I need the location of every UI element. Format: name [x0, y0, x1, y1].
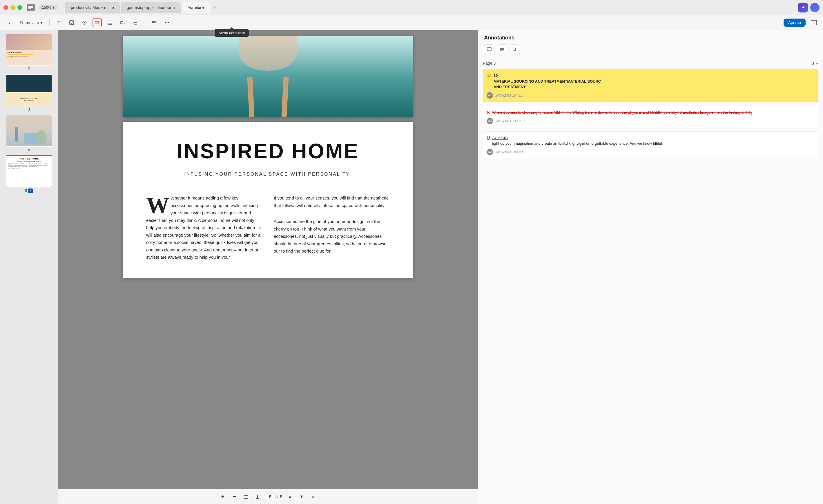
download-button[interactable]: [254, 493, 262, 501]
zoom-in-button[interactable]: +: [219, 493, 227, 501]
listbox-icon: [107, 20, 113, 25]
page-current-input[interactable]: [265, 494, 276, 500]
radio-icon: [82, 20, 87, 25]
tool-check-button[interactable]: [67, 18, 76, 27]
ann-text-2: When it comes to choosing furniture, 'db…: [492, 110, 815, 116]
svg-point-19: [168, 22, 169, 23]
close-bottom-button[interactable]: ✕: [309, 493, 317, 501]
thumbnail-page-2[interactable]: DIGITAL MODERN Lorem ipsum dolor sit ame…: [2, 34, 55, 71]
comment-icon: [487, 47, 492, 52]
page-down-button[interactable]: ▼: [298, 493, 306, 501]
page-text-right-1: If you tend to all your senses, you will…: [274, 194, 390, 209]
thumbnail-page-5[interactable]: INSPIRED HOME INFUSING YOUR PERSONAL SPA…: [2, 155, 55, 193]
annotation-comment-tool[interactable]: [484, 44, 494, 55]
strikethrough-icon: S: [487, 110, 490, 116]
zoom-control[interactable]: 150% ▾: [39, 5, 57, 10]
formulaire-label: Formulaire: [20, 20, 39, 25]
back-button[interactable]: ‹: [5, 18, 14, 27]
page-separator: /: [277, 494, 278, 499]
highlight-icon: [487, 73, 491, 79]
more-icon: [164, 20, 170, 25]
ann-text-3: AClbiClliiilight up your imagination and…: [492, 135, 815, 146]
annotation-lines-tool[interactable]: [497, 44, 507, 55]
thumbnail-label-3: 3: [28, 107, 30, 111]
toolbar: ‹ Formulaire ▾ Aperçu: [0, 15, 823, 30]
drop-cap: W: [146, 197, 169, 213]
tool-radio-button[interactable]: [80, 18, 89, 27]
fit-page-button[interactable]: [242, 493, 250, 501]
svg-rect-1: [28, 7, 33, 8]
svg-rect-10: [108, 23, 112, 24]
tooltip-bubble: Menu déroulant: [214, 29, 249, 37]
apercu-button[interactable]: Aperçu: [784, 19, 806, 27]
ann-avatar-1: WS: [487, 92, 493, 99]
ann-timestamp-1: 14/07/2021 10:41:14: [495, 94, 525, 97]
fullscreen-button[interactable]: [17, 5, 22, 10]
tool-signature-button[interactable]: [131, 18, 140, 27]
search-icon: [512, 47, 517, 52]
page-text-right: If you tend to all your senses, you will…: [274, 194, 390, 261]
add-tab-button[interactable]: +: [211, 3, 219, 12]
sidebar-toggle-button[interactable]: [809, 18, 818, 27]
tab-gamestop[interactable]: gamestop-application-form: [121, 2, 181, 13]
ann-avatar-3: WS: [487, 149, 493, 155]
tool-listbox-button[interactable]: [105, 18, 115, 27]
ann-meta-1: WS 14/07/2021 10:41:14: [487, 92, 815, 99]
annotations-title: Annotations: [484, 35, 817, 41]
tool-more-button[interactable]: [162, 18, 172, 27]
annotation-search-tool[interactable]: [509, 44, 520, 55]
annotations-sidebar: Annotations Page 3 3 ∧: [478, 30, 823, 504]
svg-rect-20: [811, 20, 817, 25]
ann-card-header-3: U AClbiClliiilight up your imagination a…: [487, 135, 815, 146]
formulaire-button[interactable]: Formulaire ▾: [17, 19, 45, 26]
ann-timestamp-3: 14/07/2021 10:41:26: [495, 150, 525, 154]
fit-page-icon: [243, 494, 248, 499]
toolbar-separator-2: [145, 19, 145, 26]
page-section-label: Page 3: [483, 61, 496, 65]
align-icon: [152, 20, 157, 25]
tab-bar: productivity Modern Life gamestop-applic…: [65, 2, 796, 13]
bottom-bar: + − / 5 ▲ ▼ ✕: [58, 489, 478, 504]
ann-avatar-2: WS: [487, 118, 493, 124]
svg-rect-11: [121, 21, 123, 24]
annotation-card-3: U AClbiClliiilight up your imagination a…: [483, 131, 818, 159]
page-text-right-2: Accessories are the glue of your interio…: [274, 218, 390, 255]
svg-line-27: [515, 50, 517, 52]
traffic-lights: [3, 5, 22, 10]
page-5-badge: h: [28, 188, 33, 193]
back-icon: ‹: [8, 20, 10, 25]
title-bar: 150% ▾ productivity Modern Life gamestop…: [0, 0, 823, 15]
page-total: 5: [280, 494, 283, 499]
svg-rect-9: [108, 21, 112, 22]
annotation-card-2: S When it comes to choosing furniture, '…: [483, 106, 818, 128]
page-subtitle: INFUSING YOUR PERSONAL SPACE WITH PERSON…: [146, 172, 390, 177]
thumbnail-page-3[interactable]: 30 MATERIAL SOURCING AND TREATMENT 3: [2, 74, 55, 111]
page-main: INSPIRED HOME INFUSING YOUR PERSONAL SPA…: [123, 122, 413, 279]
download-icon: [255, 494, 260, 499]
tool-text-button[interactable]: [54, 18, 63, 27]
tab-furniture[interactable]: Furniture: [182, 2, 210, 13]
ann-card-header-2: S When it comes to choosing furniture, '…: [487, 110, 815, 116]
page-content: INSPIRED HOME INFUSING YOUR PERSONAL SPA…: [123, 122, 413, 279]
text-icon: [56, 20, 61, 25]
tab-productivity[interactable]: productivity Modern Life: [65, 2, 120, 13]
thumbnail-frame-2: DIGITAL MODERN Lorem ipsum dolor sit ame…: [6, 34, 52, 65]
minimize-button[interactable]: [10, 5, 15, 10]
document-area[interactable]: INSPIRED HOME INFUSING YOUR PERSONAL SPA…: [58, 30, 478, 504]
close-button[interactable]: [3, 5, 8, 10]
zoom-out-button[interactable]: −: [230, 493, 238, 501]
window-icon: [27, 4, 35, 11]
user-avatar[interactable]: [810, 3, 820, 12]
thumbnail-frame-5: INSPIRED HOME INFUSING YOUR PERSONAL SPA…: [6, 155, 52, 187]
page-text-left: WWhether it means adding a few key acces…: [146, 194, 262, 261]
tool-dropdown-button[interactable]: [93, 18, 102, 27]
page-up-button[interactable]: ▲: [286, 493, 294, 501]
thumbnail-page-4[interactable]: 4: [2, 115, 55, 152]
thumbnail-label-2: 2: [28, 67, 30, 71]
underline-icon: U: [487, 136, 490, 141]
tool-checkbox-button[interactable]: [118, 18, 127, 27]
tool-align-button[interactable]: [150, 18, 159, 27]
page-input-area: / 5: [265, 494, 283, 500]
svg-rect-4: [58, 21, 59, 24]
ann-meta-2: WS 14/07/2021 10:41:19: [487, 118, 815, 124]
